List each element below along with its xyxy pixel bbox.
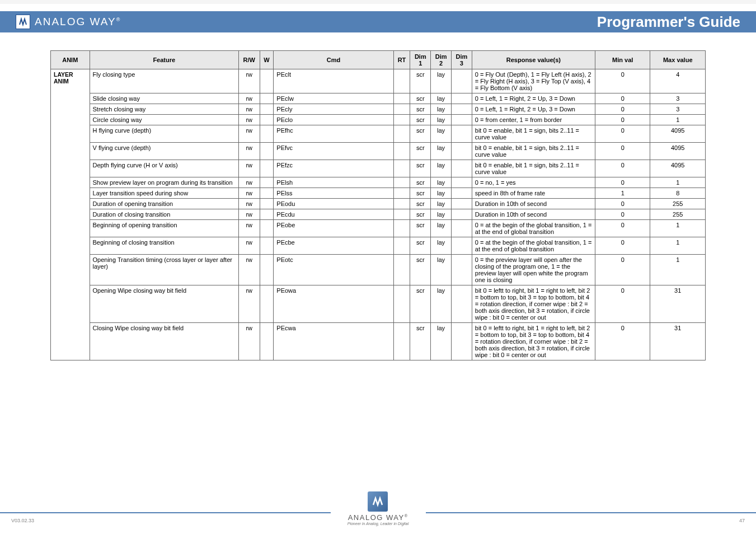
cell-w <box>260 143 274 160</box>
cell-response: 0 = Left, 1 = Right, 2 = Up, 3 = Down <box>472 104 595 115</box>
cell-rw: rw <box>239 125 260 143</box>
page-header: ANALOG WAY® Programmer's Guide <box>0 0 756 25</box>
cell-min: 0 <box>595 115 650 125</box>
cell-rt <box>393 104 410 115</box>
cell-rt <box>393 255 410 285</box>
page-title: Programmer's Guide <box>597 13 740 31</box>
cell-dim1: scr <box>410 115 431 125</box>
cell-response: 0 = at the begin of the global transitio… <box>472 237 595 255</box>
cell-response: bit 0 = enable, bit 1 = sign, bits 2..11… <box>472 143 595 160</box>
cell-feature: Fly closing type <box>90 69 238 93</box>
cell-cmd: PElss <box>274 188 393 199</box>
cell-dim1: scr <box>410 199 431 209</box>
logo-icon <box>16 15 30 29</box>
cell-response: bit 0 = enable, bit 1 = sign, bits 2..11… <box>472 160 595 177</box>
cell-max: 255 <box>650 199 706 209</box>
cell-min: 0 <box>595 69 650 93</box>
cell-feature: Stretch closing way <box>90 104 238 115</box>
th-w: W <box>260 51 274 69</box>
cell-response: 0 = from center, 1 = from border <box>472 115 595 125</box>
table-row: H flying curve (depth)rwPEfhcscrlaybit 0… <box>51 125 706 143</box>
cell-dim3 <box>452 160 472 177</box>
table-row: Duration of closing transitionrwPEcduscr… <box>51 209 706 220</box>
cell-dim2: lay <box>431 323 452 360</box>
cell-w <box>260 237 274 255</box>
cell-rw: rw <box>239 115 260 125</box>
cell-dim2: lay <box>431 143 452 160</box>
cell-rw: rw <box>239 285 260 323</box>
footer-logo-icon <box>368 491 388 512</box>
cell-dim3 <box>452 209 472 220</box>
cell-dim3 <box>452 323 472 360</box>
cell-w <box>260 93 274 104</box>
cell-dim3 <box>452 93 472 104</box>
th-dim1: Dim 1 <box>410 51 431 69</box>
cell-w <box>260 115 274 125</box>
cell-response: bit 0 = leftt to right, bit 1 = right to… <box>472 323 595 360</box>
cell-feature: Closing Wipe closing way bit field <box>90 323 238 360</box>
cell-max: 1 <box>650 237 706 255</box>
cell-cmd: PEcwa <box>274 323 393 360</box>
cell-max: 1 <box>650 115 706 125</box>
table-header-row: ANIM Feature R/W W Cmd RT Dim 1 Dim 2 Di… <box>51 51 706 69</box>
cell-w <box>260 199 274 209</box>
cell-cmd: PEcdu <box>274 209 393 220</box>
cell-dim1: scr <box>410 69 431 93</box>
cell-max: 31 <box>650 285 706 323</box>
table-row: Stretch closing wayrwPEclyscrlay0 = Left… <box>51 104 706 115</box>
table-row: V flying curve (depth)rwPEfvcscrlaybit 0… <box>51 143 706 160</box>
th-min: Min val <box>595 51 650 69</box>
cell-dim1: scr <box>410 255 431 285</box>
cell-feature: Slide closing way <box>90 93 238 104</box>
cell-rt <box>393 115 410 125</box>
cell-dim1: scr <box>410 143 431 160</box>
table-row: Opening Transition timing (cross layer o… <box>51 255 706 285</box>
cell-w <box>260 125 274 143</box>
cell-dim2: lay <box>431 177 452 188</box>
cell-dim2: lay <box>431 115 452 125</box>
cell-rw: rw <box>239 209 260 220</box>
cell-dim1: scr <box>410 188 431 199</box>
cell-dim2: lay <box>431 125 452 143</box>
cell-w <box>260 160 274 177</box>
cell-feature: Duration of opening transition <box>90 199 238 209</box>
th-anim: ANIM <box>51 51 90 69</box>
table-row: Opening Wipe closing way bit fieldrwPEow… <box>51 285 706 323</box>
cell-w <box>260 220 274 237</box>
cell-rt <box>393 323 410 360</box>
cell-cmd: PEfvc <box>274 143 393 160</box>
cell-max: 1 <box>650 255 706 285</box>
cell-w <box>260 188 274 199</box>
cell-dim3 <box>452 177 472 188</box>
cell-dim3 <box>452 237 472 255</box>
command-table: ANIM Feature R/W W Cmd RT Dim 1 Dim 2 Di… <box>50 50 706 360</box>
cell-rt <box>393 160 410 177</box>
cell-min: 0 <box>595 285 650 323</box>
cell-cmd: PEfhc <box>274 125 393 143</box>
cell-dim3 <box>452 115 472 125</box>
table-row: Slide closing wayrwPEclwscrlay0 = Left, … <box>51 93 706 104</box>
cell-rt <box>393 199 410 209</box>
table-row: Duration of opening transitionrwPEoduscr… <box>51 199 706 209</box>
cell-cmd: PEcly <box>274 104 393 115</box>
footer-logo: ANALOG WAY® Pioneer in Analog, Leader in… <box>344 491 412 526</box>
cell-dim2: lay <box>431 220 452 237</box>
cell-dim3 <box>452 285 472 323</box>
cell-rt <box>393 237 410 255</box>
table-row: Show preview layer on program during its… <box>51 177 706 188</box>
table-row: Beginning of opening transitionrwPEobesc… <box>51 220 706 237</box>
cell-feature: Beginning of closing transition <box>90 237 238 255</box>
cell-w <box>260 104 274 115</box>
cell-rw: rw <box>239 199 260 209</box>
cell-dim1: scr <box>410 125 431 143</box>
cell-dim3 <box>452 104 472 115</box>
cell-response: 0 = at the begin of the global transitio… <box>472 220 595 237</box>
cell-rt <box>393 125 410 143</box>
cell-dim1: scr <box>410 93 431 104</box>
cell-min: 0 <box>595 323 650 360</box>
cell-rw: rw <box>239 143 260 160</box>
cell-max: 4095 <box>650 160 706 177</box>
cell-dim2: lay <box>431 93 452 104</box>
th-dim3: Dim 3 <box>452 51 472 69</box>
cell-feature: Opening Transition timing (cross layer o… <box>90 255 238 285</box>
